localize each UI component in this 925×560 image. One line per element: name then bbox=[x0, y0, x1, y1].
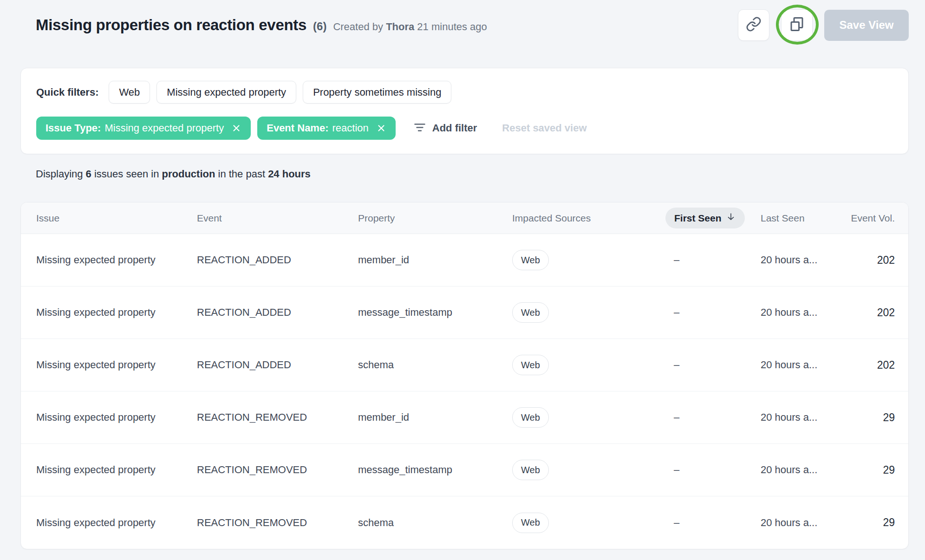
reset-saved-view-button[interactable]: Reset saved view bbox=[502, 122, 586, 134]
cell-last-seen: 20 hours a... bbox=[761, 359, 849, 371]
cell-issue: Missing expected property bbox=[21, 359, 197, 371]
cell-last-seen: 20 hours a... bbox=[761, 517, 849, 529]
column-header-issue[interactable]: Issue bbox=[21, 213, 197, 224]
active-filters-row: Issue Type: Missing expected property Ev… bbox=[36, 117, 893, 140]
link-icon bbox=[746, 16, 762, 34]
cell-first-seen: – bbox=[665, 464, 761, 476]
cell-impacted-sources: Web bbox=[512, 250, 665, 270]
cell-event-vol: 202 bbox=[849, 306, 908, 319]
filter-chip-value: Missing expected property bbox=[104, 122, 224, 134]
cell-event: REACTION_ADDED bbox=[197, 306, 358, 319]
cell-event-vol: 29 bbox=[849, 516, 908, 529]
issue-count-badge: (6) bbox=[313, 20, 326, 33]
table-row[interactable]: Missing expected property REACTION_REMOV… bbox=[21, 391, 908, 444]
page-header: Missing properties on reaction events (6… bbox=[36, 9, 909, 41]
cell-property: schema bbox=[358, 517, 512, 529]
author-name: Thora bbox=[386, 21, 414, 33]
column-header-first-seen: First Seen bbox=[665, 208, 761, 228]
source-badge: Web bbox=[512, 460, 549, 480]
table-row[interactable]: Missing expected property REACTION_REMOV… bbox=[21, 496, 908, 549]
column-header-impacted-sources[interactable]: Impacted Sources bbox=[512, 213, 665, 224]
column-header-event-vol[interactable]: Event Vol. bbox=[849, 213, 908, 224]
cell-event-vol: 29 bbox=[849, 464, 908, 476]
quick-filter-web[interactable]: Web bbox=[109, 81, 150, 104]
copy-icon bbox=[788, 16, 805, 34]
cell-event: REACTION_REMOVED bbox=[197, 517, 358, 529]
close-icon[interactable] bbox=[376, 123, 386, 133]
table-row[interactable]: Missing expected property REACTION_ADDED… bbox=[21, 287, 908, 339]
close-icon[interactable] bbox=[231, 123, 241, 133]
save-view-button[interactable]: Save View bbox=[824, 10, 909, 41]
cell-first-seen: – bbox=[665, 254, 761, 266]
cell-impacted-sources: Web bbox=[512, 355, 665, 375]
cell-first-seen: – bbox=[665, 306, 761, 319]
created-by-text: Created by Thora 21 minutes ago bbox=[333, 21, 487, 33]
cell-first-seen: – bbox=[665, 411, 761, 423]
results-summary: Displaying 6 issues seen in production i… bbox=[36, 168, 905, 180]
quick-filter-property-sometimes-missing[interactable]: Property sometimes missing bbox=[303, 81, 451, 104]
source-badge: Web bbox=[512, 355, 549, 375]
filter-card: Quick filters: Web Missing expected prop… bbox=[20, 68, 909, 154]
source-badge: Web bbox=[512, 302, 549, 323]
filter-chip-event-name[interactable]: Event Name: reaction bbox=[257, 117, 396, 140]
add-filter-button[interactable]: Add filter bbox=[413, 121, 477, 136]
copy-link-button[interactable] bbox=[738, 9, 769, 41]
cell-event-vol: 202 bbox=[849, 254, 908, 267]
column-header-event[interactable]: Event bbox=[197, 213, 358, 224]
issues-table: Issue Event Property Impacted Sources Fi… bbox=[20, 202, 909, 549]
table-body: Missing expected property REACTION_ADDED… bbox=[21, 234, 908, 549]
cell-impacted-sources: Web bbox=[512, 460, 665, 480]
source-badge: Web bbox=[512, 407, 549, 428]
header-actions: Save View bbox=[738, 9, 909, 41]
summary-count: 6 bbox=[86, 168, 91, 180]
title-group: Missing properties on reaction events (6… bbox=[36, 16, 487, 34]
cell-property: member_id bbox=[358, 254, 512, 266]
cell-event: REACTION_REMOVED bbox=[197, 464, 358, 476]
cell-last-seen: 20 hours a... bbox=[761, 306, 849, 319]
column-header-last-seen[interactable]: Last Seen bbox=[761, 213, 849, 224]
cell-property: member_id bbox=[358, 411, 512, 423]
table-header-row: Issue Event Property Impacted Sources Fi… bbox=[21, 202, 908, 234]
cell-event: REACTION_ADDED bbox=[197, 254, 358, 266]
cell-last-seen: 20 hours a... bbox=[761, 411, 849, 423]
quick-filter-missing-expected-property[interactable]: Missing expected property bbox=[156, 81, 296, 104]
table-row[interactable]: Missing expected property REACTION_REMOV… bbox=[21, 444, 908, 496]
cell-property: schema bbox=[358, 359, 512, 371]
quick-filters-row: Quick filters: Web Missing expected prop… bbox=[36, 81, 893, 104]
cell-event: REACTION_REMOVED bbox=[197, 411, 358, 423]
filter-chip-issue-type[interactable]: Issue Type: Missing expected property bbox=[36, 117, 251, 140]
column-header-property[interactable]: Property bbox=[358, 213, 512, 224]
cell-event-vol: 202 bbox=[849, 359, 908, 371]
cell-first-seen: – bbox=[665, 517, 761, 529]
cell-issue: Missing expected property bbox=[21, 517, 197, 529]
cell-event: REACTION_ADDED bbox=[197, 359, 358, 371]
cell-event-vol: 29 bbox=[849, 411, 908, 424]
source-badge: Web bbox=[512, 250, 549, 270]
cell-issue: Missing expected property bbox=[21, 254, 197, 266]
cell-issue: Missing expected property bbox=[21, 411, 197, 423]
filter-chip-value: reaction bbox=[332, 122, 369, 134]
cell-last-seen: 20 hours a... bbox=[761, 254, 849, 266]
sort-pill-first-seen[interactable]: First Seen bbox=[665, 208, 745, 228]
filter-chip-label: Issue Type: bbox=[46, 122, 101, 134]
source-badge: Web bbox=[512, 513, 549, 533]
cell-impacted-sources: Web bbox=[512, 302, 665, 323]
summary-environment: production bbox=[162, 168, 215, 180]
table-row[interactable]: Missing expected property REACTION_ADDED… bbox=[21, 339, 908, 391]
table-row[interactable]: Missing expected property REACTION_ADDED… bbox=[21, 234, 908, 287]
summary-time-range: 24 hours bbox=[268, 168, 311, 180]
sort-pill-label: First Seen bbox=[674, 213, 722, 224]
cell-impacted-sources: Web bbox=[512, 407, 665, 428]
cell-issue: Missing expected property bbox=[21, 464, 197, 476]
arrow-down-icon bbox=[726, 212, 736, 224]
duplicate-view-button[interactable] bbox=[781, 9, 813, 41]
filter-chip-label: Event Name: bbox=[267, 122, 328, 134]
add-filter-label: Add filter bbox=[432, 122, 477, 134]
cell-first-seen: – bbox=[665, 359, 761, 371]
cell-property: message_timestamp bbox=[358, 306, 512, 319]
filter-lines-icon bbox=[413, 121, 426, 136]
cell-property: message_timestamp bbox=[358, 464, 512, 476]
quick-filters-label: Quick filters: bbox=[36, 86, 98, 98]
cell-issue: Missing expected property bbox=[21, 306, 197, 319]
cell-impacted-sources: Web bbox=[512, 513, 665, 533]
